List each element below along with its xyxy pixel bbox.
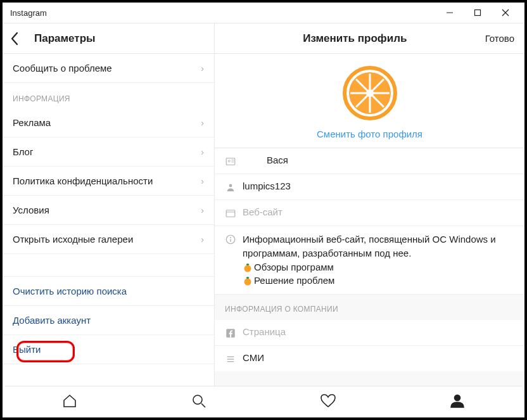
done-button[interactable]: Готово [485,33,514,44]
sidebar-action-clear-search[interactable]: Очистить историю поиска [3,277,214,306]
nav-profile[interactable] [393,386,522,415]
avatar[interactable] [342,65,398,121]
bio-text-2: Обзоры программ [254,262,334,272]
company-info-section-label: ИНФОРМАЦИЯ О КОМПАНИИ [215,295,524,320]
svg-point-25 [244,265,251,272]
sidebar-item-label: Реклама [13,117,51,128]
list-icon [225,352,243,365]
chevron-right-icon: › [201,147,204,157]
sidebar-item-terms[interactable]: Условия › [3,196,214,225]
sidebar-title: Параметры [34,32,96,45]
field-username[interactable]: lumpics123 [215,174,524,200]
website-placeholder: Веб-сайт [243,207,514,217]
sidebar-item-report-problem[interactable]: Сообщить о проблеме › [3,54,214,83]
svg-point-26 [246,263,249,265]
orange-emoji-icon [243,276,253,286]
browser-icon [225,207,243,219]
bottom-nav [5,386,522,415]
svg-point-33 [193,395,202,404]
maximize-button[interactable] [464,4,492,22]
svg-rect-15 [226,158,235,165]
sidebar-action-label: Очистить историю поиска [13,286,127,296]
field-media[interactable]: СМИ [215,346,524,371]
svg-point-35 [455,395,460,400]
sidebar-item-label: Открыть исходные галереи [13,234,133,245]
content-area: Параметры Сообщить о проблеме › ИНФОРМАЦ… [3,23,524,390]
change-photo-link[interactable]: Сменить фото профиля [317,129,422,139]
sidebar-item-label: Сообщить о проблеме [13,63,112,73]
sidebar-item-privacy[interactable]: Политика конфиденциальности › [3,167,214,196]
facebook-icon [225,326,243,339]
svg-point-23 [230,237,231,238]
close-button[interactable] [492,4,519,22]
sidebar-item-label: Политика конфиденциальности [13,175,153,186]
sidebar-item-label: Блог [13,146,33,157]
chevron-right-icon: › [201,118,204,128]
bio-value: Информационный веб-сайт, посвященный ОС … [243,232,514,288]
chevron-right-icon: › [201,205,204,215]
person-icon [225,181,243,193]
chevron-right-icon: › [201,176,204,186]
field-page[interactable]: Страница [215,320,524,346]
field-name[interactable]: Вася [215,148,524,174]
profile-photo-block: Сменить фото профиля [215,54,524,148]
info-icon [225,232,243,245]
media-value: СМИ [243,352,514,363]
chevron-right-icon: › [201,234,204,245]
field-website[interactable]: Веб-сайт [215,200,524,226]
titlebar: Instagram [3,3,524,23]
sidebar-item-blog[interactable]: Блог › [3,137,214,167]
svg-line-34 [201,404,205,407]
svg-rect-20 [226,210,235,217]
sidebar-item-label: Условия [13,205,49,215]
svg-point-27 [244,279,251,286]
sidebar-action-logout[interactable]: Выйти [3,335,214,364]
edit-profile-panel: Изменить профиль Готово Сменить фото про… [215,23,524,390]
bio-text-3: Решение проблем [254,275,334,286]
name-value: Вася [243,155,514,165]
sidebar-action-add-account[interactable]: Добавить аккаунт [3,306,214,335]
svg-point-16 [228,160,230,162]
nav-search[interactable] [134,386,264,415]
app-window: Instagram Параметры Сообщить о проблеме … [0,0,527,420]
chevron-right-icon: › [201,63,204,73]
minimize-button[interactable] [436,4,464,22]
main-header: Изменить профиль Готово [215,23,524,54]
bio-text-1: Информационный веб-сайт, посвященный ОС … [243,234,496,258]
svg-point-19 [229,184,232,188]
svg-point-14 [366,89,374,97]
nav-home[interactable] [5,386,134,415]
orange-emoji-icon [243,262,253,272]
window-title: Instagram [8,8,436,18]
svg-point-28 [246,277,249,279]
sidebar-item-open-source[interactable]: Открыть исходные галереи › [3,225,214,254]
sidebar-section-information: ИНФОРМАЦИЯ [3,83,214,108]
id-card-icon [225,155,243,167]
sidebar-action-label: Выйти [13,344,41,355]
main-title: Изменить профиль [225,32,485,45]
sidebar-header: Параметры [3,23,214,54]
sidebar-action-label: Добавить аккаунт [13,315,91,326]
nav-activity[interactable] [264,386,393,415]
sidebar-spacer [3,254,214,277]
sidebar-item-ads[interactable]: Реклама › [3,108,214,137]
svg-rect-1 [475,10,481,16]
back-button[interactable] [10,32,19,46]
username-value: lumpics123 [243,181,514,191]
page-placeholder: Страница [243,326,514,337]
settings-sidebar: Параметры Сообщить о проблеме › ИНФОРМАЦ… [3,23,215,390]
field-bio[interactable]: Информационный веб-сайт, посвященный ОС … [215,226,524,295]
